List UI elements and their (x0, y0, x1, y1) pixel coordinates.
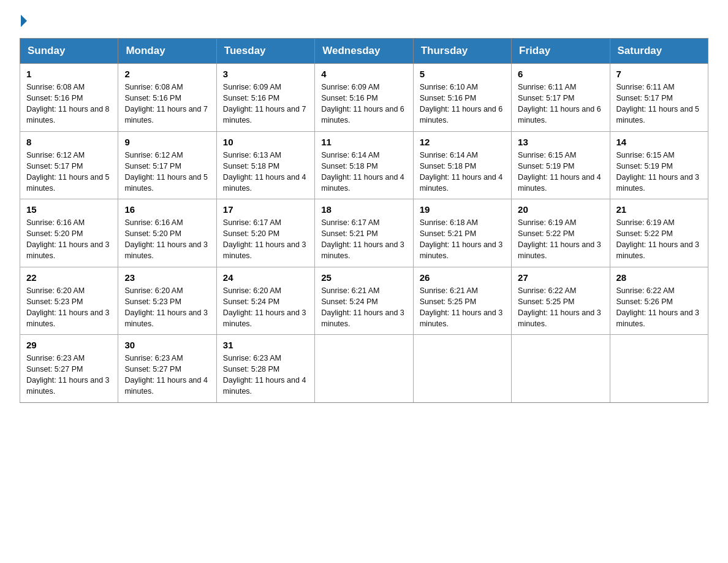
day-info: Sunrise: 6:14 AMSunset: 5:18 PMDaylight:… (420, 151, 503, 193)
day-number: 23 (124, 272, 210, 283)
day-info: Sunrise: 6:17 AMSunset: 5:20 PMDaylight:… (223, 218, 306, 260)
day-info: Sunrise: 6:23 AMSunset: 5:27 PMDaylight:… (124, 354, 208, 396)
day-info: Sunrise: 6:12 AMSunset: 5:17 PMDaylight:… (26, 151, 110, 193)
day-number: 10 (223, 137, 308, 147)
day-number: 20 (518, 204, 603, 215)
day-info: Sunrise: 6:13 AMSunset: 5:18 PMDaylight:… (223, 151, 306, 193)
day-number: 2 (124, 69, 210, 79)
day-info: Sunrise: 6:22 AMSunset: 5:25 PMDaylight:… (518, 286, 601, 328)
calendar-week-row: 1Sunrise: 6:08 AMSunset: 5:16 PMDaylight… (20, 64, 708, 132)
day-info: Sunrise: 6:09 AMSunset: 5:16 PMDaylight:… (321, 83, 404, 124)
day-info: Sunrise: 6:11 AMSunset: 5:17 PMDaylight:… (518, 83, 601, 124)
day-info: Sunrise: 6:15 AMSunset: 5:19 PMDaylight:… (616, 151, 700, 193)
calendar-cell: 5Sunrise: 6:10 AMSunset: 5:16 PMDaylight… (413, 64, 511, 132)
day-number: 29 (26, 340, 112, 350)
day-info: Sunrise: 6:11 AMSunset: 5:17 PMDaylight:… (616, 83, 700, 124)
day-info: Sunrise: 6:12 AMSunset: 5:17 PMDaylight:… (124, 151, 208, 193)
calendar-cell: 11Sunrise: 6:14 AMSunset: 5:18 PMDayligh… (315, 131, 413, 199)
calendar-header-wednesday: Wednesday (315, 39, 413, 64)
day-info: Sunrise: 6:23 AMSunset: 5:27 PMDaylight:… (26, 354, 110, 396)
day-number: 27 (518, 272, 603, 283)
calendar-cell: 8Sunrise: 6:12 AMSunset: 5:17 PMDaylight… (20, 131, 118, 199)
day-info: Sunrise: 6:18 AMSunset: 5:21 PMDaylight:… (420, 218, 503, 260)
day-number: 31 (223, 340, 308, 350)
calendar-cell: 25Sunrise: 6:21 AMSunset: 5:24 PMDayligh… (315, 267, 413, 335)
day-number: 12 (420, 137, 505, 147)
day-info: Sunrise: 6:23 AMSunset: 5:28 PMDaylight:… (223, 354, 306, 396)
calendar-cell: 6Sunrise: 6:11 AMSunset: 5:17 PMDaylight… (512, 64, 610, 132)
day-number: 17 (223, 204, 308, 215)
calendar-header-saturday: Saturday (610, 39, 708, 64)
page-header (20, 15, 708, 27)
day-number: 13 (518, 137, 603, 147)
day-info: Sunrise: 6:21 AMSunset: 5:24 PMDaylight:… (321, 286, 404, 328)
calendar-cell: 27Sunrise: 6:22 AMSunset: 5:25 PMDayligh… (512, 267, 610, 335)
day-info: Sunrise: 6:17 AMSunset: 5:21 PMDaylight:… (321, 218, 404, 260)
calendar-cell: 2Sunrise: 6:08 AMSunset: 5:16 PMDaylight… (118, 64, 216, 132)
day-number: 24 (223, 272, 308, 283)
calendar-cell: 9Sunrise: 6:12 AMSunset: 5:17 PMDaylight… (118, 131, 216, 199)
calendar-cell: 19Sunrise: 6:18 AMSunset: 5:21 PMDayligh… (413, 199, 511, 267)
calendar-cell (610, 335, 708, 403)
day-info: Sunrise: 6:21 AMSunset: 5:25 PMDaylight:… (420, 286, 503, 328)
day-info: Sunrise: 6:20 AMSunset: 5:23 PMDaylight:… (26, 286, 110, 328)
calendar-header-thursday: Thursday (413, 39, 511, 64)
day-number: 11 (321, 137, 406, 147)
day-info: Sunrise: 6:22 AMSunset: 5:26 PMDaylight:… (616, 286, 700, 328)
day-number: 16 (124, 204, 210, 215)
calendar-cell: 4Sunrise: 6:09 AMSunset: 5:16 PMDaylight… (315, 64, 413, 132)
calendar-cell: 23Sunrise: 6:20 AMSunset: 5:23 PMDayligh… (118, 267, 216, 335)
calendar-week-row: 22Sunrise: 6:20 AMSunset: 5:23 PMDayligh… (20, 267, 708, 335)
calendar-cell: 15Sunrise: 6:16 AMSunset: 5:20 PMDayligh… (20, 199, 118, 267)
day-number: 8 (26, 137, 112, 147)
logo-arrow-icon (21, 15, 27, 27)
day-number: 28 (616, 272, 702, 283)
calendar-cell: 18Sunrise: 6:17 AMSunset: 5:21 PMDayligh… (315, 199, 413, 267)
day-number: 9 (124, 137, 210, 147)
day-info: Sunrise: 6:15 AMSunset: 5:19 PMDaylight:… (518, 151, 601, 193)
calendar-cell: 17Sunrise: 6:17 AMSunset: 5:20 PMDayligh… (216, 199, 314, 267)
calendar-cell: 7Sunrise: 6:11 AMSunset: 5:17 PMDaylight… (610, 64, 708, 132)
calendar-week-row: 29Sunrise: 6:23 AMSunset: 5:27 PMDayligh… (20, 335, 708, 403)
day-number: 1 (26, 69, 112, 79)
calendar-table: SundayMondayTuesdayWednesdayThursdayFrid… (20, 38, 708, 403)
day-info: Sunrise: 6:16 AMSunset: 5:20 PMDaylight:… (26, 218, 110, 260)
day-number: 5 (420, 69, 505, 79)
calendar-cell (413, 335, 511, 403)
day-info: Sunrise: 6:14 AMSunset: 5:18 PMDaylight:… (321, 151, 404, 193)
calendar-cell: 16Sunrise: 6:16 AMSunset: 5:20 PMDayligh… (118, 199, 216, 267)
day-number: 19 (420, 204, 505, 215)
day-number: 21 (616, 204, 702, 215)
day-info: Sunrise: 6:16 AMSunset: 5:20 PMDaylight:… (124, 218, 208, 260)
day-number: 4 (321, 69, 406, 79)
calendar-cell: 13Sunrise: 6:15 AMSunset: 5:19 PMDayligh… (512, 131, 610, 199)
calendar-cell: 30Sunrise: 6:23 AMSunset: 5:27 PMDayligh… (118, 335, 216, 403)
calendar-cell: 3Sunrise: 6:09 AMSunset: 5:16 PMDaylight… (216, 64, 314, 132)
day-info: Sunrise: 6:09 AMSunset: 5:16 PMDaylight:… (223, 83, 306, 124)
day-info: Sunrise: 6:20 AMSunset: 5:23 PMDaylight:… (124, 286, 208, 328)
calendar-cell: 24Sunrise: 6:20 AMSunset: 5:24 PMDayligh… (216, 267, 314, 335)
calendar-header-sunday: Sunday (20, 39, 118, 64)
calendar-header-monday: Monday (118, 39, 216, 64)
day-number: 26 (420, 272, 505, 283)
calendar-cell (315, 335, 413, 403)
day-number: 14 (616, 137, 702, 147)
day-info: Sunrise: 6:20 AMSunset: 5:24 PMDaylight:… (223, 286, 306, 328)
calendar-header-row: SundayMondayTuesdayWednesdayThursdayFrid… (20, 39, 708, 64)
calendar-cell: 28Sunrise: 6:22 AMSunset: 5:26 PMDayligh… (610, 267, 708, 335)
day-info: Sunrise: 6:08 AMSunset: 5:16 PMDaylight:… (124, 83, 208, 124)
calendar-cell: 21Sunrise: 6:19 AMSunset: 5:22 PMDayligh… (610, 199, 708, 267)
day-number: 6 (518, 69, 603, 79)
day-info: Sunrise: 6:19 AMSunset: 5:22 PMDaylight:… (518, 218, 601, 260)
calendar-cell: 20Sunrise: 6:19 AMSunset: 5:22 PMDayligh… (512, 199, 610, 267)
logo (20, 15, 28, 27)
calendar-cell: 10Sunrise: 6:13 AMSunset: 5:18 PMDayligh… (216, 131, 314, 199)
day-number: 7 (616, 69, 702, 79)
calendar-cell: 12Sunrise: 6:14 AMSunset: 5:18 PMDayligh… (413, 131, 511, 199)
calendar-cell: 29Sunrise: 6:23 AMSunset: 5:27 PMDayligh… (20, 335, 118, 403)
day-info: Sunrise: 6:08 AMSunset: 5:16 PMDaylight:… (26, 83, 110, 124)
day-number: 25 (321, 272, 406, 283)
day-number: 3 (223, 69, 308, 79)
day-info: Sunrise: 6:10 AMSunset: 5:16 PMDaylight:… (420, 83, 503, 124)
calendar-header-tuesday: Tuesday (216, 39, 314, 64)
